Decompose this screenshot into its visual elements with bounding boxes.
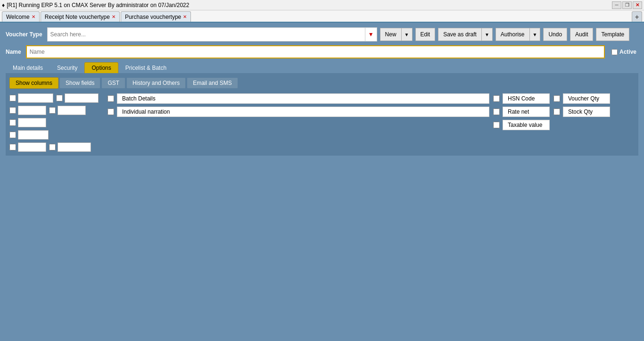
- title-text: [R1] Running ERP 5.1 on CMAX Server By a…: [7, 2, 189, 8]
- undo-button[interactable]: Undo: [543, 28, 567, 41]
- individual-narration-label[interactable]: Individual narration: [117, 107, 489, 117]
- tab-welcome-close[interactable]: ✕: [32, 14, 35, 19]
- row-unit: Unit: [9, 118, 104, 127]
- voucher-search-wrapper: ▼: [47, 27, 377, 42]
- tab-purchase-close[interactable]: ✕: [183, 14, 187, 19]
- close-button[interactable]: ✕: [633, 1, 642, 9]
- item-label[interactable]: Item: [18, 106, 46, 115]
- check-hsn-code: HSN Code: [493, 93, 550, 104]
- checkbox-rate-net[interactable]: [493, 108, 500, 115]
- tab-options[interactable]: Options: [84, 62, 118, 73]
- tab-pricelist-batch[interactable]: Pricelist & Batch: [118, 62, 173, 73]
- check-item-code: Item code: [9, 93, 53, 103]
- unit-label[interactable]: Unit: [18, 118, 46, 127]
- save-as-draft-button[interactable]: Save as draft: [438, 28, 481, 41]
- hsn-code-label[interactable]: HSN Code: [503, 93, 550, 104]
- authorise-button-split: Authorise ▼: [495, 28, 541, 41]
- checkbox-item-code[interactable]: [9, 95, 16, 101]
- tab-main-details[interactable]: Main details: [6, 62, 50, 73]
- check-taxgroup: Taxgroup: [49, 142, 91, 152]
- stock-qty-label[interactable]: Stock Qty: [563, 107, 610, 117]
- checkbox-batch-details[interactable]: [107, 95, 114, 102]
- check-account: Account: [9, 130, 49, 140]
- tax-label[interactable]: Tax: [18, 142, 46, 152]
- active-wrapper: Active: [611, 49, 638, 55]
- sub-tab-show-columns[interactable]: Show columns: [9, 77, 58, 89]
- main-content: Voucher Type ▼ New ▼ Edit Save as draft …: [0, 23, 644, 160]
- restore-button[interactable]: ❐: [622, 1, 632, 9]
- checkbox-account[interactable]: [9, 132, 16, 138]
- checkbox-rate[interactable]: [49, 107, 56, 114]
- checkbox-voucher-qty[interactable]: [553, 95, 560, 102]
- check-unit: Unit: [9, 118, 46, 127]
- sub-tab-email-sms[interactable]: Email and SMS: [187, 77, 238, 89]
- sub-tab-history-others[interactable]: History and Others: [126, 77, 186, 89]
- tab-bar: Welcome ✕ Receipt Note vouchertype ✕ Pur…: [0, 10, 644, 23]
- new-button[interactable]: New: [380, 28, 401, 41]
- voucher-qty-label[interactable]: Voucher Qty: [563, 93, 610, 104]
- checkbox-individual-narration[interactable]: [107, 108, 114, 115]
- right-column: HSN Code Voucher Qty Rate net Stock Qty: [493, 93, 635, 152]
- taxable-value-label[interactable]: Taxable value: [503, 120, 550, 130]
- serial-no-label[interactable]: Serial no.: [65, 93, 99, 103]
- tab-purchase[interactable]: Purchase vouchertype ✕: [121, 11, 191, 22]
- voucher-search-input[interactable]: [48, 28, 365, 41]
- checkbox-serial-no[interactable]: [56, 95, 63, 101]
- account-label[interactable]: Account: [18, 130, 49, 140]
- batch-details-label[interactable]: Batch Details: [117, 93, 489, 104]
- audit-button[interactable]: Audit: [570, 28, 593, 41]
- name-row: Name Active: [6, 45, 638, 58]
- title-bar: ♦ [R1] Running ERP 5.1 on CMAX Server By…: [0, 0, 644, 10]
- check-stock-qty: Stock Qty: [553, 107, 610, 117]
- check-tax: Tax: [9, 142, 46, 152]
- row-item-code-serial: Item code Serial no.: [9, 93, 104, 103]
- sub-content: Show columns Show fields GST History and…: [6, 74, 638, 156]
- voucher-type-label: Voucher Type: [6, 31, 42, 38]
- template-button[interactable]: Template: [596, 28, 629, 41]
- checkbox-stock-qty[interactable]: [553, 108, 560, 115]
- check-individual-narration: Individual narration: [107, 107, 489, 117]
- checkbox-hsn-code[interactable]: [493, 95, 500, 102]
- main-tabs-row: Main details Security Options Pricelist …: [6, 62, 638, 74]
- tab-security[interactable]: Security: [50, 62, 84, 73]
- app-icon: ♦: [2, 2, 5, 8]
- tab-receipt-note[interactable]: Receipt Note vouchertype ✕: [41, 11, 120, 22]
- check-rate-net: Rate net: [493, 107, 550, 117]
- rate-net-label[interactable]: Rate net: [503, 107, 550, 117]
- authorise-dropdown-button[interactable]: ▼: [529, 28, 541, 41]
- row-account: Account: [9, 130, 104, 140]
- check-voucher-qty: Voucher Qty: [553, 93, 610, 104]
- check-serial-no: Serial no.: [56, 93, 99, 103]
- mid-column: Batch Details Individual narration: [107, 93, 489, 152]
- check-taxable-value: Taxable value: [493, 120, 550, 130]
- sub-tab-gst[interactable]: GST: [101, 77, 125, 89]
- tab-purchase-label: Purchase vouchertype: [125, 14, 181, 20]
- edit-button[interactable]: Edit: [415, 28, 436, 41]
- checkbox-taxgroup[interactable]: [49, 144, 56, 150]
- check-rate: Rate: [49, 106, 86, 115]
- tab-receipt-note-label: Receipt Note vouchertype: [45, 14, 110, 20]
- tab-add-button[interactable]: +: [632, 11, 642, 22]
- new-dropdown-button[interactable]: ▼: [401, 28, 413, 41]
- check-item: Item: [9, 106, 46, 115]
- sub-tab-show-fields[interactable]: Show fields: [59, 77, 100, 89]
- active-checkbox[interactable]: [611, 49, 618, 55]
- tab-receipt-note-close[interactable]: ✕: [112, 14, 116, 19]
- name-label: Name: [6, 49, 21, 55]
- authorise-button[interactable]: Authorise: [495, 28, 529, 41]
- save-as-draft-dropdown-button[interactable]: ▼: [481, 28, 493, 41]
- tab-welcome[interactable]: Welcome ✕: [2, 11, 40, 22]
- voucher-dropdown-button[interactable]: ▼: [365, 28, 377, 41]
- checkbox-tax[interactable]: [9, 144, 16, 150]
- rate-label[interactable]: Rate: [58, 106, 86, 115]
- columns-section: Item code Serial no. Item Rate: [9, 93, 635, 152]
- voucher-type-row: Voucher Type ▼ New ▼ Edit Save as draft …: [6, 27, 638, 42]
- checkbox-unit[interactable]: [9, 119, 16, 126]
- row-tax-taxgroup: Tax Taxgroup: [9, 142, 104, 152]
- minimize-button[interactable]: ─: [612, 1, 621, 9]
- taxgroup-label[interactable]: Taxgroup: [58, 142, 91, 152]
- item-code-label[interactable]: Item code: [18, 93, 53, 103]
- checkbox-taxable-value[interactable]: [493, 122, 500, 128]
- checkbox-item[interactable]: [9, 107, 16, 114]
- name-input[interactable]: [26, 45, 605, 58]
